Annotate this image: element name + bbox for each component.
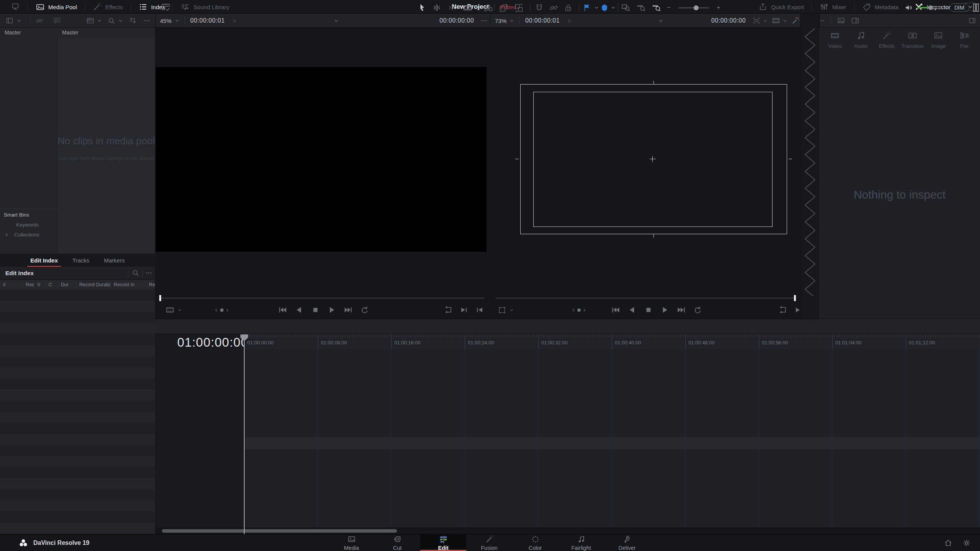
tab-markers[interactable]: Markers (103, 254, 125, 266)
timeline-scrubber[interactable] (495, 298, 795, 298)
project-manager-home-icon[interactable] (944, 539, 952, 547)
marker-button[interactable] (600, 0, 616, 15)
smart-bin-keywords[interactable]: Keywords (16, 222, 39, 228)
chevron-down-icon[interactable] (510, 308, 514, 312)
inspector-tab-file[interactable]: File (952, 31, 976, 49)
timeline-tracks-area[interactable] (155, 349, 980, 527)
sound-library-toggle[interactable]: Sound Library (179, 0, 230, 14)
play-reverse-button[interactable] (627, 305, 637, 315)
dual-viewer-layout-icon[interactable] (851, 16, 859, 25)
zoom-in-button[interactable]: + (717, 0, 720, 15)
mixer-panel-toggle[interactable] (973, 0, 979, 15)
snapping-button[interactable] (534, 0, 544, 15)
go-to-last-frame-button[interactable] (343, 305, 353, 315)
source-scrubber[interactable] (160, 298, 485, 298)
audio-meters-collapsed[interactable] (800, 14, 819, 319)
timeline-view-options-button[interactable] (161, 0, 171, 15)
match-frame-button[interactable] (443, 305, 453, 315)
source-scrubber-playhead[interactable] (159, 295, 161, 301)
grading-wand-icon[interactable] (791, 16, 800, 25)
source-clip-mode-icon[interactable] (165, 305, 175, 315)
viewport-scale-icon[interactable] (752, 16, 761, 25)
loop-button[interactable] (360, 305, 369, 315)
linked-selection-button[interactable] (549, 0, 559, 15)
timeline-zoom-slider[interactable] (678, 0, 709, 15)
tab-tracks[interactable]: Tracks (72, 254, 90, 266)
full-extent-zoom-button[interactable] (621, 0, 631, 15)
insert-clip-button[interactable] (483, 0, 493, 15)
tab-edit-index[interactable]: Edit Index (29, 254, 59, 266)
edit-index-rows[interactable] (0, 290, 155, 534)
page-tab-fairlight[interactable]: Fairlight (558, 535, 604, 551)
monitor-volume-slider[interactable] (917, 0, 941, 15)
timeline-scrubber-playhead[interactable] (794, 295, 796, 301)
col-number[interactable]: # (0, 282, 22, 288)
effects-toggle[interactable]: Effects (91, 0, 124, 14)
more-options-icon[interactable] (143, 17, 150, 24)
col-record-in[interactable]: Record In (110, 282, 145, 288)
bin-tree[interactable] (0, 37, 57, 254)
page-tab-deliver[interactable]: Deliver (604, 535, 650, 551)
col-reel[interactable]: Ree (22, 282, 34, 288)
proxy-hq-icon[interactable] (772, 16, 780, 25)
source-zoom-level[interactable]: 45% (160, 18, 172, 24)
loop-button[interactable] (693, 305, 702, 315)
bin-sidebar-toggle-icon[interactable] (5, 16, 14, 25)
custom-zoom-button[interactable] (652, 0, 662, 15)
page-tab-color[interactable]: Color (512, 535, 558, 551)
chevron-down-icon[interactable] (97, 18, 102, 23)
page-tab-fusion[interactable]: Fusion (466, 535, 512, 551)
play-button[interactable] (660, 305, 670, 315)
chevron-down-icon[interactable] (178, 308, 182, 312)
dynamic-trim-mode-button[interactable] (447, 0, 457, 15)
stop-button[interactable] (310, 305, 320, 315)
timeline-jog-control[interactable]: ‹› (572, 306, 585, 314)
transform-mode-icon[interactable] (498, 306, 506, 315)
metadata-toggle[interactable]: Metadata (861, 0, 900, 14)
overwrite-clip-button[interactable] (498, 0, 509, 15)
more-options-icon[interactable] (480, 17, 488, 24)
audio-monitor-speaker-button[interactable] (904, 0, 913, 15)
page-tab-media[interactable]: Media (328, 535, 374, 551)
timeline-name-dropdown-chevron[interactable] (658, 18, 663, 23)
search-icon[interactable] (132, 269, 140, 277)
page-tab-edit[interactable]: Edit (420, 535, 466, 551)
match-frame-button[interactable] (778, 305, 787, 315)
chevron-down-icon[interactable] (175, 18, 179, 23)
page-tab-cut[interactable]: Cut (374, 535, 420, 551)
col-record-out[interactable]: Re (145, 282, 155, 288)
detail-zoom-button[interactable] (636, 0, 646, 15)
selection-mode-button[interactable] (417, 0, 427, 15)
chevron-down-icon[interactable] (763, 19, 768, 23)
clip-view-mode-icon[interactable] (86, 16, 95, 25)
inspector-tab-video[interactable]: Video (823, 31, 847, 49)
relink-media-icon[interactable] (35, 16, 44, 25)
gallery-stills-icon[interactable] (837, 16, 845, 25)
subtitle-import-icon[interactable] (53, 16, 61, 25)
play-button[interactable] (327, 305, 337, 315)
timeline-scrollbar-track[interactable] (155, 527, 980, 534)
chevron-down-icon[interactable] (594, 5, 599, 10)
play-reverse-button[interactable] (294, 305, 304, 315)
chevron-down-icon[interactable] (510, 18, 514, 23)
replace-clip-button[interactable] (514, 0, 524, 15)
timeline-current-timecode[interactable]: 01:00:00:00 (177, 335, 248, 350)
search-icon[interactable] (108, 17, 116, 25)
timeline-playhead[interactable] (244, 334, 245, 534)
timeline-viewer-timecode[interactable]: 00:00:00:01 (525, 17, 560, 24)
go-to-out-button[interactable] (459, 305, 469, 315)
stop-button[interactable] (644, 305, 653, 315)
more-options-icon[interactable] (145, 269, 152, 277)
position-lock-button[interactable] (564, 0, 573, 15)
project-settings-gear-icon[interactable] (962, 539, 971, 547)
media-pool-clip-area[interactable]: No clips in media pool Add clips from Me… (57, 37, 155, 254)
col-dur[interactable]: Dur (57, 282, 76, 288)
dim-button[interactable]: DIM (949, 0, 969, 15)
inspector-tab-image[interactable]: Image (926, 31, 950, 49)
source-viewer-video[interactable] (156, 67, 487, 252)
go-to-end-button[interactable] (676, 305, 686, 315)
media-pool-toggle[interactable]: Media Pool (34, 0, 78, 14)
source-jog-control[interactable]: ‹› (215, 306, 228, 314)
chevron-down-icon[interactable] (611, 5, 616, 10)
zoom-out-button[interactable]: − (667, 0, 671, 15)
